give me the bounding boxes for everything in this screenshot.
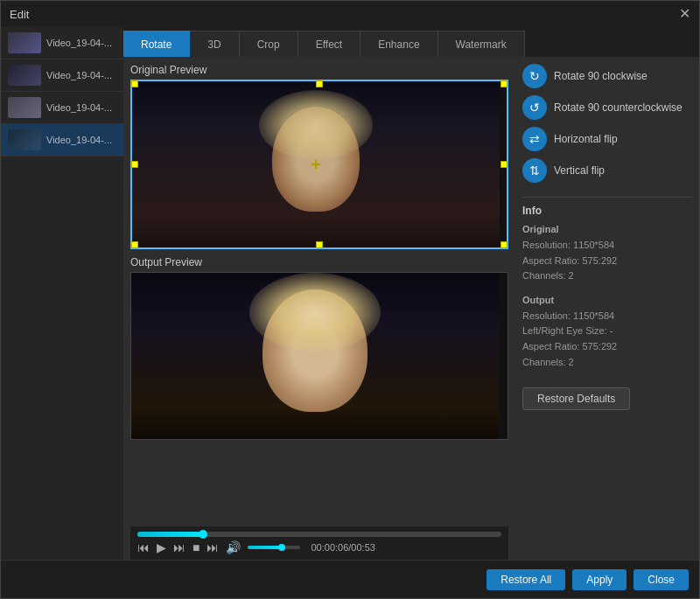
face-scene-original [132,81,500,247]
info-title: Info [522,205,692,217]
skip-forward-button[interactable]: ⏭ [173,540,186,554]
sidebar-label-1: Video_19-04-... [46,38,112,48]
output-aspect-ratio: Aspect Ratio: 575:292 [522,339,692,355]
skip-back-button[interactable]: ⏮ [137,540,150,554]
thumb2 [8,65,41,86]
tab-3d-label: 3D [207,38,220,51]
sidebar-item-video2[interactable]: Video_19-04-... [1,59,123,92]
restore-defaults-button[interactable]: Restore Defaults [522,387,630,410]
tab-watermark[interactable]: Watermark [438,31,525,57]
original-resolution: Resolution: 1150*584 [522,238,692,254]
play-button[interactable]: ▶ [157,540,166,554]
sidebar-item-video3[interactable]: Video_19-04-... [1,92,123,124]
video-controls: ⏮ ▶ ⏭ ■ ⏭ 🔊 00:00:06/00:53 [130,526,508,560]
output-section: Output Preview [130,256,508,526]
progress-thumb[interactable] [199,530,207,539]
crop-handle-br[interactable] [500,241,508,248]
controls-row: ⏮ ▶ ⏭ ■ ⏭ 🔊 00:00:06/00:53 [137,540,501,554]
output-info-title: Output [522,295,692,305]
info-section: Info Original Resolution: 1150*584 Aspec… [522,197,692,410]
rotate-ccw-label: Rotate 90 counterclockwise [554,101,682,114]
tab-effect[interactable]: Effect [298,31,360,57]
edit-window: Edit ✕ Video_19-04-... Video_19-04-... V… [0,0,700,599]
close-icon[interactable]: ✕ [679,7,690,21]
restore-all-button[interactable]: Restore All [486,569,565,590]
volume-bar[interactable] [248,546,300,549]
tab-watermark-label: Watermark [456,38,507,51]
sidebar-item-video1[interactable]: Video_19-04-... [1,27,123,59]
tab-3d[interactable]: 3D [190,31,239,57]
thumb4 [8,129,41,150]
crop-handle-tm[interactable] [316,80,323,87]
volume-fill [248,546,282,549]
sidebar-label-4: Video_19-04-... [46,135,112,145]
rotate-cw-icon: ↻ [522,64,547,88]
vflip-label: Vertical flip [554,164,605,177]
tab-crop-label: Crop [257,38,280,51]
volume-icon[interactable]: 🔊 [226,540,241,554]
original-channels: Channels: 2 [522,268,692,284]
output-resolution: Resolution: 1150*584 [522,309,692,324]
tab-rotate[interactable]: Rotate [123,31,190,57]
tab-rotate-label: Rotate [141,38,172,51]
sidebar-label-2: Video_19-04-... [46,70,112,80]
hflip-option[interactable]: ⇄ Horizontal flip [522,127,692,151]
rotate-cw-label: Rotate 90 clockwise [554,70,648,82]
rotate-options: ↻ Rotate 90 clockwise ↺ Rotate 90 counte… [522,64,692,183]
original-preview: + [130,80,508,249]
title-bar: Edit ✕ [1,1,699,27]
crop-handle-bm[interactable] [316,241,323,248]
original-aspect-ratio: Aspect Ratio: 575:292 [522,254,692,269]
window-title: Edit [10,8,29,21]
output-channels: Channels: 2 [522,355,692,371]
tabs-bar: Rotate 3D Crop Effect Enhance Watermark [123,27,699,57]
preview-area: Original Preview + [123,57,515,560]
right-panel: ↻ Rotate 90 clockwise ↺ Rotate 90 counte… [515,57,699,560]
rotate-ccw-icon: ↺ [522,95,547,120]
output-info-group: Output Resolution: 1150*584 Left/Right E… [522,295,692,370]
time-display: 00:00:06/00:53 [311,542,374,553]
vflip-icon: ⇅ [522,158,547,183]
progress-fill [137,532,203,537]
volume-thumb[interactable] [278,544,285,551]
crop-handle-ml[interactable] [131,161,138,168]
sidebar-item-video4[interactable]: Video_19-04-... [1,124,123,157]
crop-handle-tr[interactable] [500,80,508,87]
sidebar: Video_19-04-... Video_19-04-... Video_19… [1,27,123,560]
close-button[interactable]: Close [634,569,689,590]
original-video-frame: + [132,81,500,247]
hflip-icon: ⇄ [522,127,547,151]
tab-crop[interactable]: Crop [240,31,298,57]
vflip-option[interactable]: ⇅ Vertical flip [522,158,692,183]
tab-effect-label: Effect [316,38,342,51]
crop-handle-bl[interactable] [131,241,138,248]
thumb1 [8,32,41,53]
sidebar-label-3: Video_19-04-... [46,102,112,113]
content-body: Original Preview + [123,57,699,560]
original-info-group: Original Resolution: 1150*584 Aspect Rat… [522,224,692,284]
tab-enhance-label: Enhance [378,38,419,51]
output-preview [130,272,508,440]
content: Rotate 3D Crop Effect Enhance Watermark [123,27,699,560]
next-frame-button[interactable]: ⏭ [206,540,219,554]
hflip-label: Horizontal flip [554,133,618,145]
output-eye-size: Left/Right Eye Size: - [522,324,692,339]
thumb3 [8,97,41,118]
bottom-bar: Restore All Apply Close [1,560,699,598]
main-area: Video_19-04-... Video_19-04-... Video_19… [1,27,699,560]
crop-handle-mr[interactable] [500,161,508,168]
progress-bar[interactable] [137,532,501,537]
output-video-frame [131,273,499,439]
face-scene-output [131,273,499,439]
apply-button[interactable]: Apply [572,569,626,590]
original-info-title: Original [522,224,692,234]
crop-handle-tl[interactable] [131,80,138,87]
rotate-ccw-option[interactable]: ↺ Rotate 90 counterclockwise [522,95,692,120]
rotate-cw-option[interactable]: ↻ Rotate 90 clockwise [522,64,692,88]
output-preview-label: Output Preview [130,256,508,268]
original-preview-label: Original Preview [130,64,508,76]
stop-button[interactable]: ■ [192,540,200,554]
tab-enhance[interactable]: Enhance [360,31,438,57]
